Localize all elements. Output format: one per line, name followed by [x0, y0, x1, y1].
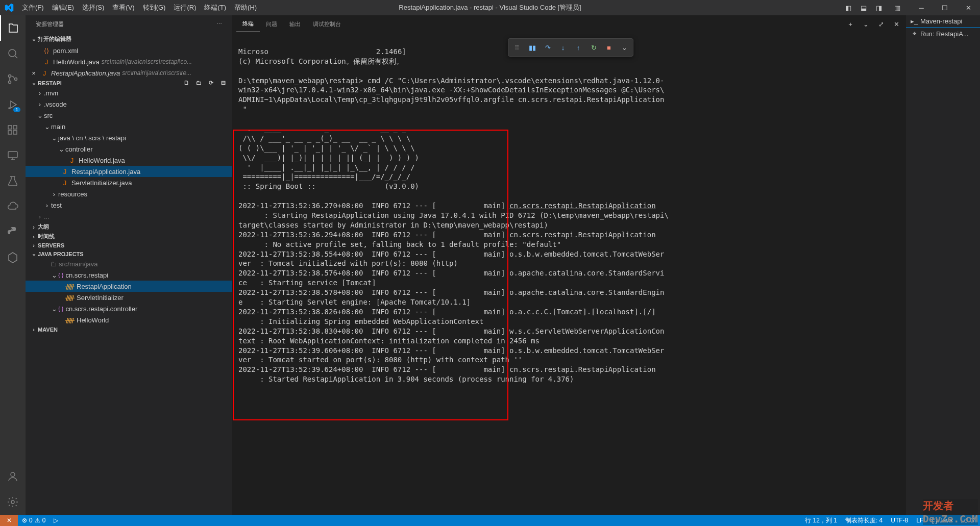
- stop-icon[interactable]: ■: [602, 41, 616, 54]
- menu-edit[interactable]: 编辑(E): [48, 0, 78, 15]
- open-editor-restapi[interactable]: ×JRestapiApplication.javasrc\main\java\c…: [26, 67, 232, 79]
- activity-explorer[interactable]: [0, 15, 26, 41]
- open-editor-hello[interactable]: JHelloWorld.javasrc\main\java\cn\scrs\re…: [26, 56, 232, 67]
- layout-bottom-icon[interactable]: ⬓: [856, 0, 871, 15]
- chevron-down-icon: ⌄: [50, 271, 58, 279]
- maximize-panel-icon[interactable]: ⤢: [875, 20, 887, 28]
- terminal[interactable]: Microso 2.1466] (c) Microsoft Corporatio…: [232, 33, 906, 515]
- layout-custom-icon[interactable]: ▥: [890, 0, 904, 15]
- status-remote-icon[interactable]: ✕: [0, 515, 18, 526]
- jp-pkg1[interactable]: ⌄{ }cn.scrs.restapi: [26, 269, 232, 281]
- activity-search[interactable]: [0, 41, 26, 66]
- close-panel-icon[interactable]: ✕: [891, 20, 902, 28]
- close-icon[interactable]: ×: [30, 69, 38, 77]
- activity-hexagon[interactable]: [0, 245, 26, 270]
- tab-problems[interactable]: 问题: [260, 16, 283, 32]
- link-restapi-app[interactable]: cn.scrs.restapi.RestapiApplication: [509, 202, 656, 210]
- menu-file[interactable]: 文件(F): [18, 0, 48, 15]
- tree-test[interactable]: ›test: [26, 199, 232, 211]
- jp-cls2[interactable]: ᚏServletInitializer: [26, 292, 232, 303]
- activity-testing[interactable]: [0, 168, 26, 194]
- class-icon: ᚏ: [65, 316, 75, 324]
- tree-vscode[interactable]: ›.vscode: [26, 98, 232, 110]
- layout-left-icon[interactable]: ◧: [841, 0, 855, 15]
- tree-pkg[interactable]: ⌄java \ cn \ scrs \ restapi: [26, 132, 232, 143]
- chevron-right-icon: ›: [36, 89, 44, 97]
- status-tab-size[interactable]: 制表符长度: 4: [841, 516, 887, 525]
- tree-more[interactable]: ›...: [26, 211, 232, 222]
- tab-terminal[interactable]: 终端: [236, 16, 260, 32]
- status-errors[interactable]: ⊗0⚠0: [18, 517, 50, 524]
- pause-icon[interactable]: ▮▮: [526, 41, 539, 54]
- status-cursor[interactable]: 行 12，列 1: [801, 516, 841, 525]
- activity-account[interactable]: [0, 464, 26, 489]
- more-icon[interactable]: ⋯: [216, 21, 222, 28]
- tree-servlet[interactable]: JServletInitializer.java: [26, 177, 232, 188]
- step-over-icon[interactable]: ↷: [541, 41, 554, 54]
- tree-src[interactable]: ⌄src: [26, 110, 232, 121]
- activity-python[interactable]: [0, 219, 26, 245]
- section-timeline[interactable]: ›时间线: [26, 232, 232, 241]
- tree-app[interactable]: JRestapiApplication.java: [26, 166, 232, 177]
- activity-extensions[interactable]: [0, 117, 26, 143]
- maximize-button[interactable]: ☐: [933, 0, 957, 15]
- drag-handle-icon[interactable]: ⠿: [510, 41, 524, 54]
- vscode-icon: [0, 0, 18, 15]
- svg-point-2: [9, 75, 11, 78]
- terminal-run[interactable]: ⌖Run: RestapiA...: [906, 27, 980, 40]
- activity-debug[interactable]: 1: [0, 92, 26, 117]
- menu-go[interactable]: 转到(G): [139, 0, 170, 15]
- terminal-dropdown-icon[interactable]: ⌄: [860, 20, 871, 28]
- tree-main[interactable]: ⌄main: [26, 121, 232, 132]
- open-editor-pom[interactable]: ⟨⟩pom.xml: [26, 45, 232, 56]
- debug-icon: ⌖: [910, 30, 918, 38]
- menu-terminal[interactable]: 终端(T): [200, 0, 230, 15]
- jp-pkg2[interactable]: ⌄{ }cn.scrs.restapi.controller: [26, 303, 232, 314]
- activity-scm[interactable]: [0, 66, 26, 92]
- tab-output[interactable]: 输出: [283, 16, 307, 32]
- restart-icon[interactable]: ↻: [587, 41, 600, 54]
- section-project[interactable]: ⌄RESTAPI 🗋 🗀 ⟳ ⊟: [26, 79, 232, 87]
- chevron-down-icon: ⌄: [57, 145, 65, 153]
- section-outline[interactable]: ›大纲: [26, 222, 232, 232]
- tree-hello[interactable]: JHelloWorld.java: [26, 155, 232, 166]
- jp-cls1[interactable]: ᚏRestapiApplication: [26, 281, 232, 292]
- jp-folder[interactable]: 🗀src/main/java: [26, 258, 232, 269]
- minimize-button[interactable]: ─: [910, 0, 933, 15]
- chevron-right-icon: ›: [30, 224, 38, 230]
- tab-debug-console[interactable]: 调试控制台: [307, 16, 347, 32]
- menu-help[interactable]: 帮助(H): [230, 0, 261, 15]
- section-open-editors[interactable]: ⌄打开的编辑器: [26, 33, 232, 45]
- section-java-projects[interactable]: ⌄JAVA PROJECTS: [26, 249, 232, 258]
- section-servers[interactable]: ›SERVERS: [26, 241, 232, 249]
- jp-cls3[interactable]: ᚏHelloWorld: [26, 314, 232, 325]
- step-into-icon[interactable]: ↓: [556, 41, 570, 54]
- new-file-icon[interactable]: 🗋: [181, 80, 191, 86]
- chevron-down-icon: ⌄: [30, 36, 38, 42]
- debug-dropdown-icon[interactable]: ⌄: [618, 41, 631, 54]
- status-debug-start[interactable]: ▷: [50, 517, 62, 524]
- class-icon: ᚏ: [65, 283, 75, 290]
- close-button[interactable]: ✕: [957, 0, 980, 15]
- terminal-maven[interactable]: ▸_Maven-restapi: [906, 15, 980, 27]
- tree-resources[interactable]: ›resources: [26, 188, 232, 199]
- tree-controller[interactable]: ⌄controller: [26, 143, 232, 155]
- activity-remote[interactable]: [0, 143, 26, 168]
- new-folder-icon[interactable]: 🗀: [193, 80, 204, 86]
- chevron-right-icon: ›: [43, 202, 51, 209]
- collapse-icon[interactable]: ⊟: [218, 80, 228, 86]
- refresh-icon[interactable]: ⟳: [206, 80, 216, 86]
- section-maven[interactable]: ›MAVEN: [26, 325, 232, 334]
- menu-selection[interactable]: 选择(S): [78, 0, 108, 15]
- status-encoding[interactable]: UTF-8: [887, 517, 912, 524]
- menu-view[interactable]: 查看(V): [108, 0, 138, 15]
- svg-point-15: [11, 500, 14, 504]
- tree-mvn[interactable]: ›.mvn: [26, 87, 232, 98]
- step-out-icon[interactable]: ↑: [572, 41, 585, 54]
- chevron-down-icon: ⌄: [30, 80, 38, 86]
- menu-run[interactable]: 运行(R): [169, 0, 200, 15]
- activity-cloud[interactable]: [0, 194, 26, 219]
- activity-settings[interactable]: [0, 489, 26, 515]
- layout-right-icon[interactable]: ◨: [872, 0, 886, 15]
- new-terminal-icon[interactable]: +: [845, 20, 856, 28]
